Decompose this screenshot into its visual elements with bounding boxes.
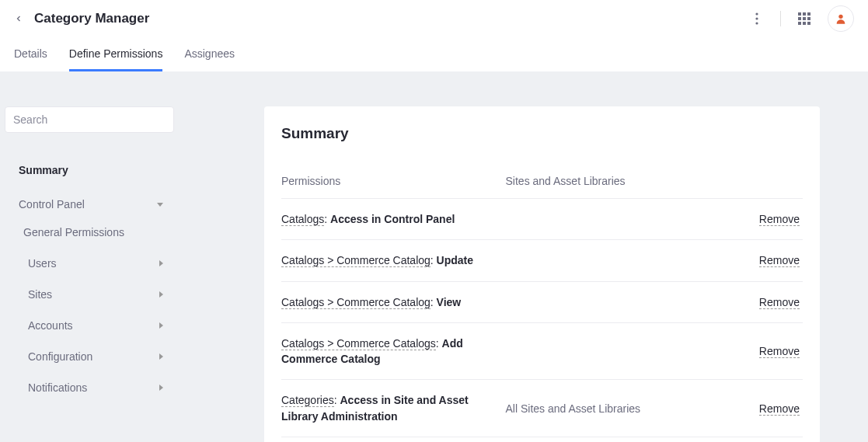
table-row: Catalogs: Access in Control Panel Remove <box>281 199 803 240</box>
table-row: Catalogs > Commerce Catalog: Update Remo… <box>281 240 803 281</box>
sidebar-item-label: Sites <box>28 288 52 301</box>
search-wrap <box>5 106 174 133</box>
table-row: Catalogs > Commerce Catalogs: Add Commer… <box>281 322 803 380</box>
table-row: Categories: Access in Site and Asset Lib… <box>281 380 803 437</box>
th-permissions: Permissions <box>281 164 506 199</box>
sidebar-control-panel[interactable]: Control Panel <box>5 184 174 217</box>
sites-cell <box>506 240 734 281</box>
sites-cell <box>506 322 734 380</box>
sidebar-control-panel-label: Control Panel <box>19 198 85 211</box>
perm-action: Update <box>437 254 473 266</box>
avatar[interactable] <box>828 5 854 32</box>
sidebar-item-configuration[interactable]: Configuration <box>5 341 174 372</box>
svg-point-12 <box>838 15 842 19</box>
sidebar-item-label: Configuration <box>28 350 92 363</box>
sidebar-general-permissions[interactable]: General Permissions <box>5 217 174 248</box>
svg-point-0 <box>755 12 758 15</box>
perm-link[interactable]: Catalogs <box>281 213 324 226</box>
svg-rect-5 <box>807 12 810 16</box>
sidebar: Summary Control Panel General Permission… <box>0 71 179 442</box>
svg-rect-11 <box>807 22 810 25</box>
tab-details[interactable]: Details <box>14 38 47 71</box>
topbar-right <box>744 5 854 32</box>
svg-point-2 <box>755 22 758 24</box>
tab-define-permissions[interactable]: Define Permissions <box>69 38 163 71</box>
svg-rect-6 <box>798 17 801 20</box>
apps-icon[interactable] <box>792 6 817 31</box>
page-title: Category Manager <box>34 11 149 26</box>
divider <box>780 11 781 26</box>
back-icon[interactable] <box>14 12 23 25</box>
sidebar-item-summary[interactable]: Summary <box>5 148 174 184</box>
remove-link[interactable]: Remove <box>759 296 800 309</box>
svg-rect-8 <box>807 17 810 20</box>
search-input[interactable] <box>13 113 166 126</box>
svg-point-1 <box>755 17 758 19</box>
remove-link[interactable]: Remove <box>759 345 800 358</box>
perm-action: Access in Control Panel <box>330 213 455 225</box>
sidebar-item-accounts[interactable]: Accounts <box>5 310 174 341</box>
chevron-right-icon <box>159 353 163 360</box>
remove-link[interactable]: Remove <box>759 402 800 416</box>
remove-link[interactable]: Remove <box>759 254 800 267</box>
topbar: Category Manager <box>0 0 868 37</box>
th-sites: Sites and Asset Libraries <box>506 164 734 199</box>
table-row: Catalogs > Commerce Catalog: View Remove <box>281 281 803 322</box>
svg-rect-3 <box>798 12 801 16</box>
svg-rect-10 <box>803 22 806 25</box>
main-panel-area: Summary Permissions Sites and Asset Libr… <box>179 71 868 442</box>
perm-link[interactable]: Categories <box>281 394 334 407</box>
topbar-left: Category Manager <box>14 11 149 26</box>
svg-rect-9 <box>798 22 801 25</box>
more-icon[interactable] <box>744 6 769 31</box>
tab-assignees[interactable]: Assignees <box>184 38 235 71</box>
sidebar-item-notifications[interactable]: Notifications <box>5 372 174 403</box>
chevron-right-icon <box>159 260 163 266</box>
svg-rect-7 <box>803 17 806 20</box>
perm-link[interactable]: Catalogs > Commerce Catalog <box>281 296 431 309</box>
sites-cell <box>506 281 734 322</box>
perm-link[interactable]: Catalogs > Commerce Catalog <box>281 254 431 267</box>
sites-cell: All Sites and Asset Libraries <box>506 380 734 437</box>
chevron-right-icon <box>159 385 163 391</box>
tabs: Details Define Permissions Assignees <box>0 37 868 71</box>
summary-title: Summary <box>281 125 803 142</box>
summary-panel: Summary Permissions Sites and Asset Libr… <box>264 106 820 442</box>
chevron-right-icon <box>159 322 163 329</box>
svg-rect-4 <box>803 12 806 16</box>
sidebar-item-label: Users <box>28 257 57 270</box>
sidebar-item-label: Accounts <box>28 319 73 332</box>
perm-action: View <box>437 296 462 308</box>
sidebar-item-users[interactable]: Users <box>5 248 174 279</box>
perm-link[interactable]: Catalogs > Commerce Catalogs <box>281 337 436 350</box>
sites-cell <box>506 199 734 240</box>
chevron-right-icon <box>159 291 163 298</box>
remove-link[interactable]: Remove <box>759 213 800 226</box>
chevron-down-icon <box>157 203 163 207</box>
sidebar-item-sites[interactable]: Sites <box>5 279 174 310</box>
summary-table: Permissions Sites and Asset Libraries Ca… <box>281 164 803 437</box>
body-area: Summary Control Panel General Permission… <box>0 71 868 442</box>
sidebar-item-label: Notifications <box>28 381 87 394</box>
